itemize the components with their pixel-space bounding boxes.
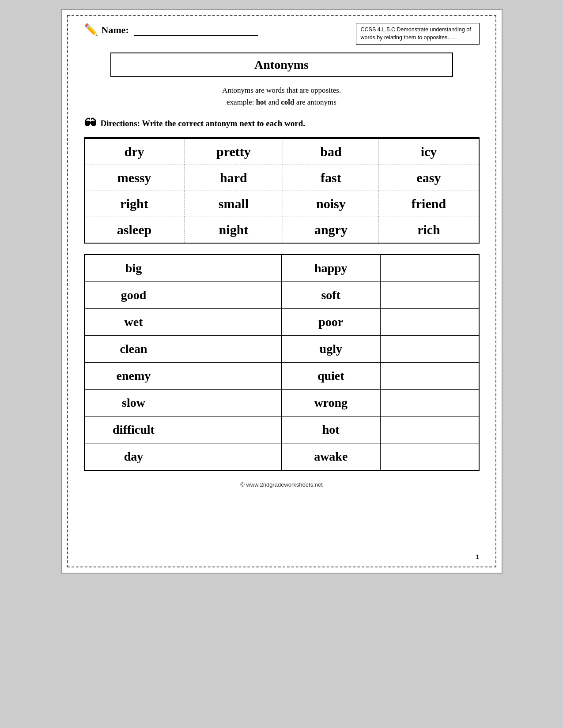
answer-word-hot: hot [282, 417, 381, 443]
word-bank-cell-2-0: right [84, 191, 185, 217]
answer-word-poor: poor [282, 309, 381, 336]
word-bank-cell-3-0: asleep [84, 217, 185, 244]
definition-area: Antonyms are words that are opposites. e… [84, 84, 480, 108]
answer-blank-1-1[interactable] [183, 282, 282, 309]
name-line [134, 24, 258, 36]
word-bank-cell-3-1: night [184, 217, 283, 244]
pencil-icon: ✏️ [84, 23, 98, 37]
answer-word-wrong: wrong [282, 390, 381, 417]
answer-word-happy: happy [282, 255, 381, 282]
answer-blank-3-1[interactable] [183, 336, 282, 363]
answer-word-wet: wet [84, 309, 183, 336]
answer-blank-4-3[interactable] [380, 363, 479, 390]
word-bank-cell-3-3: rich [379, 217, 479, 244]
answer-word-slow: slow [84, 390, 183, 417]
name-area: ✏️ Name: [84, 23, 258, 37]
ccss-box: CCSS 4.L.5.C Demonstrate understanding o… [356, 23, 480, 45]
header: ✏️ Name: CCSS 4.L.5.C Demonstrate unders… [84, 23, 480, 45]
answer-blank-3-3[interactable] [380, 336, 479, 363]
footer: © www.2ndgradeworksheets.net [84, 481, 480, 488]
directions-area: 🕶 Directions: Write the correct antonym … [84, 116, 480, 131]
word-bank-cell-1-1: hard [184, 165, 283, 191]
answer-word-good: good [84, 282, 183, 309]
word-bank-cell-1-0: messy [84, 165, 185, 191]
answer-table: bighappygoodsoftwetpoorcleanuglyenemyqui… [84, 254, 480, 471]
answer-blank-6-3[interactable] [380, 417, 479, 443]
answer-blank-0-1[interactable] [183, 255, 282, 282]
answer-word-big: big [84, 255, 183, 282]
worksheet-title: Antonyms [110, 53, 453, 77]
answer-blank-7-1[interactable] [183, 443, 282, 471]
answer-blank-2-3[interactable] [380, 309, 479, 336]
answer-blank-6-1[interactable] [183, 417, 282, 443]
worksheet-page: ✏️ Name: CCSS 4.L.5.C Demonstrate unders… [61, 9, 503, 574]
word-bank-cell-0-1: pretty [184, 139, 283, 165]
definition-word1: hot [256, 98, 267, 106]
word-bank-cell-3-2: angry [283, 217, 379, 244]
answer-blank-5-1[interactable] [183, 390, 282, 417]
copyright-text: © www.2ndgradeworksheets.net [240, 481, 323, 488]
answer-blank-2-1[interactable] [183, 309, 282, 336]
answer-blank-0-3[interactable] [380, 255, 479, 282]
answer-blank-5-3[interactable] [380, 390, 479, 417]
directions-text: Directions: Write the correct antonym ne… [101, 119, 305, 128]
definition-word2: cold [281, 98, 294, 106]
answer-word-day: day [84, 443, 183, 471]
answer-word-soft: soft [282, 282, 381, 309]
definition-middle: and [266, 98, 281, 106]
word-bank-cell-2-2: noisy [283, 191, 379, 217]
answer-word-ugly: ugly [282, 336, 381, 363]
answer-blank-1-3[interactable] [380, 282, 479, 309]
answer-blank-7-3[interactable] [380, 443, 479, 471]
word-bank-table: dryprettybadicymessyhardfasteasyrightsma… [84, 138, 480, 244]
definition-line1: Antonyms are words that are opposites. [84, 84, 480, 96]
word-bank-cell-1-3: easy [379, 165, 479, 191]
word-bank-cell-0-2: bad [283, 139, 379, 165]
answer-word-quiet: quiet [282, 363, 381, 390]
word-bank-cell-2-1: small [184, 191, 283, 217]
name-label: Name: [102, 24, 129, 36]
answer-word-clean: clean [84, 336, 183, 363]
page-number: 1 [476, 553, 479, 560]
glasses-icon: 🕶 [84, 116, 96, 131]
word-bank-cell-0-3: icy [379, 139, 479, 165]
definition-suffix: are antonyms [295, 98, 336, 106]
definition-prefix: example: [227, 98, 256, 106]
definition-line2: example: hot and cold are antonyms [84, 96, 480, 108]
word-bank-cell-1-2: fast [283, 165, 379, 191]
answer-blank-4-1[interactable] [183, 363, 282, 390]
answer-word-enemy: enemy [84, 363, 183, 390]
word-bank-cell-0-0: dry [84, 139, 185, 165]
word-bank-cell-2-3: friend [379, 191, 479, 217]
answer-word-difficult: difficult [84, 417, 183, 443]
answer-word-awake: awake [282, 443, 381, 471]
